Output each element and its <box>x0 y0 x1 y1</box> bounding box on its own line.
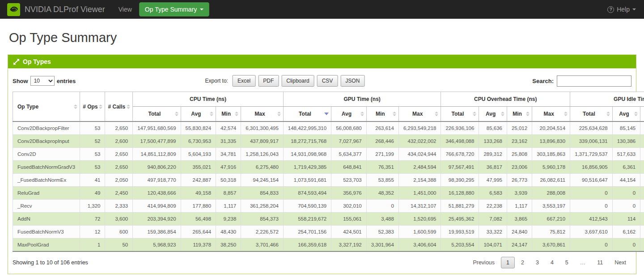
group-header-cpu-overhead-time-ns: CPU Overhead Time (ns) <box>441 92 570 107</box>
table-cell: 704,590,139 <box>283 200 331 213</box>
column-header-gpu-time-ns-avg[interactable]: Avg <box>331 107 367 122</box>
table-cell: 25,808 <box>507 148 532 161</box>
column-header-gpu-idle-time-ns-avg[interactable]: Avg <box>612 107 640 122</box>
caret-down-icon <box>632 8 636 10</box>
table-cell: 50,318 <box>216 174 241 187</box>
column-header-cpu-overhead-time-ns-avg[interactable]: Avg <box>479 107 507 122</box>
export-pdf-button[interactable]: PDF <box>258 75 279 87</box>
table-cell: 2,154,388 <box>398 174 441 187</box>
next-button[interactable]: Next <box>609 257 631 268</box>
table-cell: FusedBatchNormGradV3 <box>13 161 80 174</box>
column-header-cpu-overhead-time-ns-total[interactable]: Total <box>441 107 479 122</box>
table-cell: 355,021 <box>181 161 216 174</box>
page-button-2[interactable]: 2 <box>516 257 530 268</box>
table-row: AddN723,600203,394,92056,4989,238854,373… <box>13 213 644 226</box>
table-cell: 17,500,477,899 <box>133 135 181 148</box>
table-controls: Show 10 entries Export to: ExcelPDFClipb… <box>13 74 631 88</box>
table-cell: 523,703 <box>331 174 367 187</box>
table-cell: 6,730,953 <box>181 135 216 148</box>
table-cell: 14,312,107 <box>398 200 441 213</box>
column-header-cpu-overhead-time-ns-min[interactable]: Min <box>507 107 532 122</box>
page-button-3[interactable]: 3 <box>530 257 544 268</box>
table-cell: 1,320 <box>80 200 105 213</box>
column-header-gpu-time-ns-min[interactable]: Min <box>366 107 398 122</box>
table-cell: 3,839 <box>640 161 644 174</box>
table-cell: 4,032 <box>640 174 644 187</box>
table-cell: 119,378 <box>181 238 216 252</box>
table-cell: 5,960,178 <box>532 161 570 174</box>
export-json-button[interactable]: JSON <box>340 75 364 87</box>
table-cell: 26,082,611 <box>532 174 570 187</box>
op-types-table: Op Type# Ops# CallsCPU Time (ns)GPU Time… <box>13 92 644 252</box>
page-button-1[interactable]: 1 <box>501 257 515 268</box>
table-cell: 1,719,429,385 <box>283 161 331 174</box>
table-cell: 12 <box>80 226 105 238</box>
table-cell: 14,851,112,809 <box>133 148 181 161</box>
column-header-cpu-time-ns-min[interactable]: Min <box>216 107 241 122</box>
table-cell: 49 <box>80 187 105 200</box>
table-cell: 76,351 <box>366 161 398 174</box>
table-cell: 6,583 <box>479 187 507 200</box>
table-cell: 3,301,964 <box>366 238 398 252</box>
table-cell: 854,833 <box>241 187 284 200</box>
view-selector-label: Op Type Summary <box>145 6 197 13</box>
table-cell: 1,117 <box>216 200 241 213</box>
column-header-calls[interactable]: # Calls <box>105 92 133 122</box>
table-cell: 75,812 <box>532 226 570 238</box>
help-menu[interactable]: ? Help <box>607 6 636 13</box>
table-cell: 55,830,824 <box>181 121 216 135</box>
page-button-4[interactable]: 4 <box>545 257 559 268</box>
table-cell: 1,073,591,681 <box>283 174 331 187</box>
column-header-gpu-time-ns-total[interactable]: Total <box>283 107 331 122</box>
column-header-cpu-time-ns-max[interactable]: Max <box>241 107 284 122</box>
table-cell: 130,386 <box>612 135 640 148</box>
column-header-ops[interactable]: # Ops <box>80 92 105 122</box>
table-cell: 13,896,830 <box>532 135 570 148</box>
table-cell: 19,993,519 <box>441 226 479 238</box>
page-button-11[interactable]: 11 <box>592 257 608 268</box>
table-cell: 1,371,729,537 <box>570 148 613 161</box>
table-cell: 7,082 <box>479 213 507 226</box>
table-cell: 5,203,554 <box>441 238 479 252</box>
export-clipboard-button[interactable]: Clipboard <box>281 75 314 87</box>
op-types-panel: Op Types Show 10 entries Export to: Exce… <box>8 54 636 274</box>
entries-select[interactable]: 10 <box>30 76 55 86</box>
column-header-cpu-time-ns-avg[interactable]: Avg <box>181 107 216 122</box>
table-cell: 0 <box>570 200 613 213</box>
table-cell: 22,238 <box>479 200 507 213</box>
brand: NVIDIA DLProf Viewer <box>7 3 105 16</box>
table-cell: 2,650 <box>105 161 133 174</box>
search-input[interactable] <box>557 75 631 87</box>
sort-icon <box>501 112 504 116</box>
table-cell: 3,600 <box>105 213 133 226</box>
table-cell: 104,071 <box>479 238 507 252</box>
table-cell: 52 <box>80 135 105 148</box>
column-header-gpu-idle-time-ns-total[interactable]: Total <box>570 107 613 122</box>
export-excel-button[interactable]: Excel <box>233 75 255 87</box>
column-header-gpu-time-ns-max[interactable]: Max <box>398 107 441 122</box>
table-cell: 3,670,861 <box>532 238 570 252</box>
page-button-5[interactable]: 5 <box>560 257 574 268</box>
nav-item-view[interactable]: View <box>119 6 132 13</box>
table-cell: 114 <box>612 213 640 226</box>
table-cell: 6,301,300,495 <box>241 121 284 135</box>
table-cell: 2,650 <box>105 121 133 135</box>
table-cell: 0 <box>640 238 644 252</box>
table-cell: 3,327,192 <box>331 238 367 252</box>
table-cell: 0 <box>640 213 644 226</box>
table-cell: 47,916 <box>216 161 241 174</box>
table-cell: 558,219,672 <box>283 213 331 226</box>
view-selector-button[interactable]: Op Type Summary <box>139 2 209 17</box>
export-csv-button[interactable]: CSV <box>317 75 338 87</box>
showing-entries: Showing 1 to 10 of 106 entries <box>13 259 88 266</box>
column-header-op-type[interactable]: Op Type <box>13 92 80 122</box>
table-cell: 133,268 <box>479 135 507 148</box>
search-box: Search: <box>532 75 631 87</box>
column-header-cpu-time-ns-total[interactable]: Total <box>133 107 181 122</box>
previous-button[interactable]: Previous <box>467 257 500 268</box>
sort-icon <box>99 105 102 109</box>
table-cell: 6,361 <box>612 161 640 174</box>
column-header-cpu-overhead-time-ns-max[interactable]: Max <box>532 107 570 122</box>
column-header-gpu-idle-time-ns-min[interactable]: Min <box>640 107 644 122</box>
table-cell: 3,968 <box>640 226 644 238</box>
